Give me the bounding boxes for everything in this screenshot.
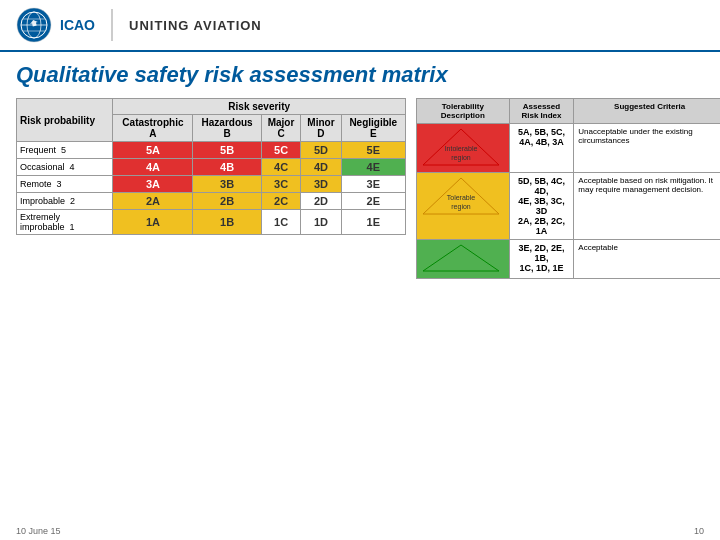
prob-remote: Remote 3 — [17, 176, 113, 193]
triangle-acceptable — [421, 243, 501, 273]
footer-page: 10 — [694, 526, 704, 536]
tol-row-intolerable: Intolerable region 5A, 5B, 5C,4A, 4B, 3A… — [417, 124, 721, 173]
svg-text:Tolerable: Tolerable — [447, 194, 476, 201]
cell-4c: 4C — [261, 159, 301, 176]
cell-4a: 4A — [113, 159, 193, 176]
tol-row-tolerable: Tolerable region 5D, 5B, 4C, 4D,4E, 3B, … — [417, 173, 721, 240]
prob-header: Risk probability — [17, 99, 113, 142]
cell-3a: 3A — [113, 176, 193, 193]
cell-3e: 3E — [341, 176, 405, 193]
icao-logo — [16, 7, 52, 43]
svg-text:region: region — [451, 203, 471, 211]
col-header-b: HazardousB — [193, 115, 261, 142]
cell-1a: 1A — [113, 210, 193, 235]
col-header-d: MinorD — [301, 115, 341, 142]
col-header-c: MajorC — [261, 115, 301, 142]
cell-2e: 2E — [341, 193, 405, 210]
severity-header: Risk severity — [113, 99, 406, 115]
footer: 10 June 15 10 — [16, 526, 704, 536]
tol-desc-acceptable — [417, 240, 510, 279]
svg-text:Intolerable: Intolerable — [445, 145, 478, 152]
tol-col1: Tolerability Description — [417, 99, 510, 124]
footer-date: 10 June 15 — [16, 526, 61, 536]
header: ICAO UNITING AVIATION — [0, 0, 720, 52]
tol-index-tolerable: 5D, 5B, 4C, 4D,4E, 3B, 3C, 3D2A, 2B, 2C,… — [509, 173, 574, 240]
svg-marker-12 — [423, 245, 499, 271]
cell-1d: 1D — [301, 210, 341, 235]
tol-col2: Assessed Risk Index — [509, 99, 574, 124]
cell-5c: 5C — [261, 142, 301, 159]
main-content: Qualitative safety risk assessment matri… — [0, 52, 720, 287]
col-header-a: CatastrophicA — [113, 115, 193, 142]
cell-4d: 4D — [301, 159, 341, 176]
triangle-tolerable: Tolerable region — [421, 176, 501, 216]
cell-1e: 1E — [341, 210, 405, 235]
tol-col3: Suggested Criteria — [574, 99, 720, 124]
prob-extremely-improbable: Extremelyimprobable 1 — [17, 210, 113, 235]
triangle-intolerable: Intolerable region — [421, 127, 501, 167]
cell-4b: 4B — [193, 159, 261, 176]
prob-improbable: Improbable 2 — [17, 193, 113, 210]
tol-criteria-intolerable: Unacceptable under the existing circumst… — [574, 124, 720, 173]
cell-4e: 4E — [341, 159, 405, 176]
cell-5a: 5A — [113, 142, 193, 159]
prob-occasional: Occasional 4 — [17, 159, 113, 176]
tol-criteria-tolerable: Acceptable based on risk mitigation. It … — [574, 173, 720, 240]
cell-1b: 1B — [193, 210, 261, 235]
cell-5b: 5B — [193, 142, 261, 159]
risk-matrix-table: Risk probability Risk severity Catastrop… — [16, 98, 406, 235]
page-title: Qualitative safety risk assessment matri… — [16, 62, 704, 88]
tol-index-intolerable: 5A, 5B, 5C,4A, 4B, 3A — [509, 124, 574, 173]
tolerability-table: Tolerability Description Assessed Risk I… — [416, 98, 720, 279]
header-tagline: UNITING AVIATION — [129, 18, 262, 33]
cell-5d: 5D — [301, 142, 341, 159]
cell-2a: 2A — [113, 193, 193, 210]
org-label: ICAO — [60, 17, 95, 33]
header-divider — [111, 9, 113, 41]
tol-desc-tolerable: Tolerable region — [417, 173, 510, 240]
col-header-e: NegligibleE — [341, 115, 405, 142]
cell-2c: 2C — [261, 193, 301, 210]
cell-3b: 3B — [193, 176, 261, 193]
tol-row-acceptable: 3E, 2D, 2E, 1B,1C, 1D, 1E Acceptable — [417, 240, 721, 279]
cell-1c: 1C — [261, 210, 301, 235]
cell-3d: 3D — [301, 176, 341, 193]
tol-index-acceptable: 3E, 2D, 2E, 1B,1C, 1D, 1E — [509, 240, 574, 279]
tolerability-section: Tolerability Description Assessed Risk I… — [416, 98, 720, 279]
cell-3c: 3C — [261, 176, 301, 193]
cell-2d: 2D — [301, 193, 341, 210]
logo-area: ICAO UNITING AVIATION — [16, 7, 262, 43]
tol-desc-intolerable: Intolerable region — [417, 124, 510, 173]
cell-5e: 5E — [341, 142, 405, 159]
matrix-wrapper: Risk probability Risk severity Catastrop… — [16, 98, 704, 279]
tol-criteria-acceptable: Acceptable — [574, 240, 720, 279]
svg-text:region: region — [451, 154, 471, 162]
prob-frequent: Frequent 5 — [17, 142, 113, 159]
cell-2b: 2B — [193, 193, 261, 210]
